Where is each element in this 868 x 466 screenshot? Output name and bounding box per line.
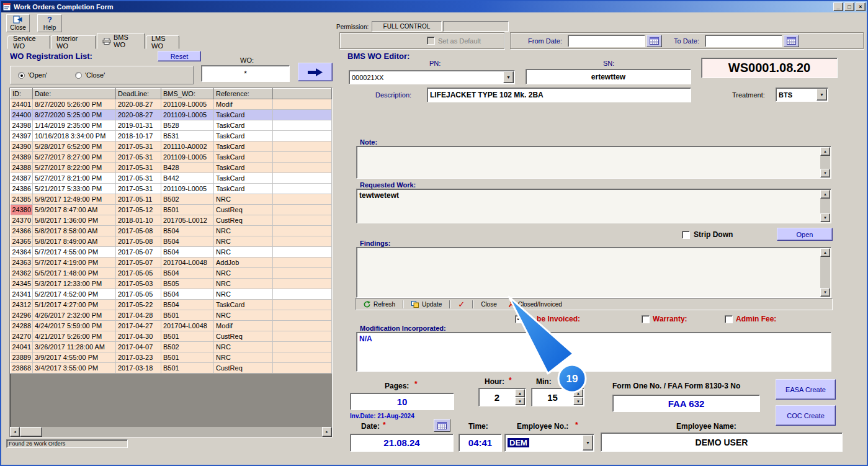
cell-id[interactable]: 24296	[11, 310, 33, 321]
cell-bms-wo[interactable]: B501	[161, 352, 214, 363]
cell-date[interactable]: 5/5/2017 1:48:00 PM	[33, 268, 116, 279]
cell-reference[interactable]: NRC	[214, 342, 273, 352]
cell-deadline[interactable]: 2017-04-28	[116, 310, 161, 321]
treatment-combo[interactable]: BTS ▼	[776, 87, 828, 102]
table-row[interactable]: 243635/7/2017 4:19:00 PM2017-05-07201704…	[11, 258, 332, 268]
maximize-button[interactable]: □	[844, 2, 854, 11]
cell-deadline[interactable]: 2017-05-22	[116, 300, 161, 310]
cell-deadline[interactable]: 2017-05-08	[116, 226, 161, 236]
cell-id[interactable]: 24397	[11, 131, 33, 141]
cell-bms-wo[interactable]: B501	[161, 310, 214, 321]
cell-filler[interactable]	[273, 99, 332, 110]
cell-date[interactable]: 3/26/2017 11:28:00 AM	[33, 342, 116, 352]
cell-reference[interactable]: NRC	[214, 268, 273, 279]
cell-filler[interactable]	[273, 152, 332, 163]
cell-deadline[interactable]: 2020-08-27	[116, 110, 161, 120]
cell-bms-wo[interactable]: B504	[161, 236, 214, 247]
cell-reference[interactable]: NRC	[214, 226, 273, 236]
cell-date[interactable]: 3/4/2017 3:55:00 PM	[33, 363, 116, 374]
cell-reference[interactable]: NRC	[214, 247, 273, 258]
cell-deadline[interactable]: 2020-08-27	[116, 99, 161, 110]
cell-id[interactable]: 24364	[11, 247, 33, 258]
cell-bms-wo[interactable]: B504	[161, 226, 214, 236]
to-date-calendar-button[interactable]	[784, 35, 799, 47]
cell-date[interactable]: 5/27/2017 8:27:00 PM	[33, 152, 116, 163]
col-header-deadline[interactable]: DeadLine:	[116, 89, 161, 99]
to-be-invoiced-checkbox[interactable]	[515, 315, 523, 323]
closed-invoiced-button[interactable]: ✗ Closed/Invoiced	[503, 300, 568, 309]
hour-spin-down-icon[interactable]: ▼	[515, 397, 525, 405]
cell-id[interactable]: 24370	[11, 215, 33, 226]
cell-filler[interactable]	[273, 352, 332, 363]
cell-id[interactable]: 24389	[11, 152, 33, 163]
cell-bms-wo[interactable]: B501	[161, 363, 214, 374]
cell-date[interactable]: 5/21/2017 5:33:00 PM	[33, 184, 116, 194]
cell-filler[interactable]	[273, 173, 332, 184]
window-close-button[interactable]: ×	[856, 2, 866, 11]
time-field[interactable]: 04:41	[459, 434, 502, 452]
cell-deadline[interactable]: 2017-05-07	[116, 258, 161, 268]
cell-reference[interactable]: TaskCard	[214, 300, 273, 310]
cell-id[interactable]: 24270	[11, 331, 33, 342]
scroll-track[interactable]	[820, 156, 830, 169]
table-row[interactable]: 243415/2/2017 4:52:00 PM2017-05-05B504NR…	[11, 289, 332, 300]
table-row[interactable]: 244018/27/2020 5:26:00 PM2020-08-2720110…	[11, 99, 332, 110]
tab-bms-wo[interactable]: BMS WO	[97, 33, 145, 49]
cell-bms-wo[interactable]: 201109-L0005	[161, 184, 214, 194]
cell-date[interactable]: 8/27/2020 5:25:00 PM	[33, 110, 116, 120]
description-field[interactable]: LIFEJACKET TYPE 102 Mk. 2BA	[427, 87, 691, 102]
cell-reference[interactable]: TaskCard	[214, 131, 273, 141]
cell-bms-wo[interactable]: 201705-L0012	[161, 215, 214, 226]
close-form-button[interactable]: Close	[6, 14, 30, 32]
cell-reference[interactable]: CustReq	[214, 205, 273, 215]
cell-filler[interactable]	[273, 205, 332, 215]
set-as-default-checkbox[interactable]	[427, 37, 435, 45]
table-row[interactable]: 243705/8/2017 1:36:00 PM2018-01-10201705…	[11, 215, 332, 226]
cell-filler[interactable]	[273, 321, 332, 331]
note-scrollbar[interactable]: ▲ ▼	[820, 147, 830, 177]
table-row[interactable]: 243645/7/2017 4:55:00 PM2017-05-07B504NR…	[11, 247, 332, 258]
radio-close-circle[interactable]	[75, 72, 82, 79]
cell-reference[interactable]: CustReq	[214, 215, 273, 226]
refresh-button[interactable]: Refresh	[358, 300, 401, 309]
cell-reference[interactable]: CustReq	[214, 331, 273, 342]
admin-fee-checkbox[interactable]	[725, 315, 733, 323]
sign-button[interactable]: ✓	[452, 300, 470, 309]
cell-filler[interactable]	[273, 342, 332, 352]
cell-reference[interactable]: TaskCard	[214, 163, 273, 173]
scroll-up-icon[interactable]: ▲	[820, 147, 830, 156]
cell-id[interactable]: 23868	[11, 363, 33, 374]
table-row[interactable]: 238893/9/2017 4:55:00 PM2017-03-23B501NR…	[11, 352, 332, 363]
cell-reference[interactable]: TaskCard	[214, 152, 273, 163]
cell-date[interactable]: 5/8/2017 8:58:00 AM	[33, 226, 116, 236]
table-row[interactable]: 243655/8/2017 8:49:00 AM2017-05-08B504NR…	[11, 236, 332, 247]
tab-interior-wo[interactable]: Interior WO	[51, 35, 96, 49]
scroll-down-icon[interactable]: ▼	[820, 288, 830, 297]
cell-deadline[interactable]: 2017-05-08	[116, 236, 161, 247]
cell-id[interactable]: 24401	[11, 99, 33, 110]
form-one-field[interactable]: FAA 632	[612, 395, 760, 412]
cell-deadline[interactable]: 2017-05-05	[116, 289, 161, 300]
cell-bms-wo[interactable]: 201109-L0005	[161, 152, 214, 163]
cell-deadline[interactable]: 2017-05-07	[116, 247, 161, 258]
cell-filler[interactable]	[273, 310, 332, 321]
update-button[interactable]: Update	[406, 300, 447, 309]
cell-deadline[interactable]: 2017-05-31	[116, 141, 161, 152]
cell-date[interactable]: 5/3/2017 12:33:00 PM	[33, 279, 116, 289]
cell-date[interactable]: 5/9/2017 8:47:00 AM	[33, 205, 116, 215]
table-row[interactable]: 240413/26/2017 11:28:00 AM2017-04-07B502…	[11, 342, 332, 352]
cell-filler[interactable]	[273, 163, 332, 173]
cell-id[interactable]: 24385	[11, 194, 33, 205]
employee-no-combo[interactable]: DEM ▼	[504, 434, 594, 452]
coc-create-button[interactable]: COC Create	[776, 405, 836, 426]
cell-id[interactable]: 24398	[11, 120, 33, 131]
table-row[interactable]: 2439710/16/2018 3:34:00 PM2018-10-17B531…	[11, 131, 332, 141]
min-spinner[interactable]: 15 ▲ ▼	[531, 388, 584, 406]
cell-id[interactable]: 24386	[11, 184, 33, 194]
cell-filler[interactable]	[273, 268, 332, 279]
cell-bms-wo[interactable]: B502	[161, 194, 214, 205]
cell-filler[interactable]	[273, 331, 332, 342]
cell-reference[interactable]: NRC	[214, 236, 273, 247]
radio-close[interactable]: 'Close'	[75, 71, 105, 79]
cell-id[interactable]: 24345	[11, 279, 33, 289]
